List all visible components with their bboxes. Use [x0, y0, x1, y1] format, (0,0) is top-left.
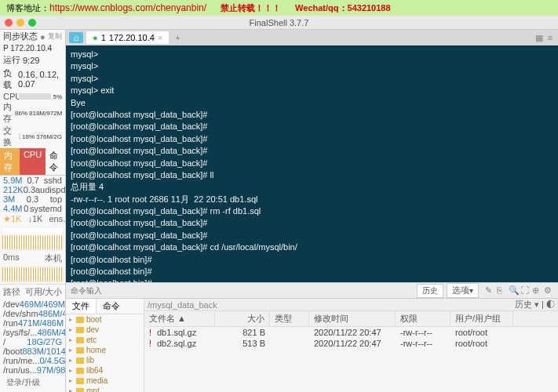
session-tabbar: ⌂ ●1 172.20.10.4 × + ▦ ≡: [66, 30, 558, 45]
network-chart: [2, 227, 64, 250]
path-history[interactable]: 历史 ▾ | ◐: [515, 299, 555, 310]
home-icon[interactable]: ⌂: [69, 32, 83, 43]
tree-item[interactable]: home: [66, 345, 144, 355]
copy-icon[interactable]: ⎘: [497, 285, 506, 296]
tree-item[interactable]: dev: [66, 325, 144, 335]
menu-icon[interactable]: ≡: [545, 33, 555, 42]
tree-item[interactable]: media: [66, 376, 144, 386]
tab-cmd[interactable]: 命令: [46, 148, 65, 175]
current-path: /mysql_data_back: [148, 300, 217, 310]
watermark-banner: 博客地址：https://www.cnblogs.com/chenyanbin/…: [0, 0, 558, 16]
maximize-icon[interactable]: [28, 19, 36, 27]
tab-files[interactable]: 文件: [66, 299, 97, 314]
tab-mem[interactable]: 内存: [0, 148, 20, 175]
tree-item[interactable]: lib: [66, 355, 144, 365]
add-tab-button[interactable]: +: [172, 33, 183, 42]
blog-link[interactable]: https://www.cnblogs.com/chenyanbin/: [49, 2, 206, 13]
minimize-icon[interactable]: [16, 19, 24, 27]
window-titlebar: FinalShell 3.7.7: [0, 16, 558, 30]
fullscreen-icon[interactable]: ⛶: [520, 285, 530, 296]
command-bar: 历史 选项▾ ✎ ⎘ 🔍 ⛶ ⊕ ⚙: [66, 282, 558, 298]
options-button[interactable]: 选项▾: [447, 283, 479, 298]
history-button[interactable]: 历史: [417, 284, 443, 298]
file-list-pane: /mysql_data_back历史 ▾ | ◐ 文件名 ▲ 大小 类型 修改时…: [144, 299, 558, 392]
search-icon[interactable]: 🔍: [509, 285, 518, 296]
file-row[interactable]: !db1.sql.gz821 B2020/11/22 20:47-rw-r--r…: [144, 327, 558, 338]
ping-chart: [2, 267, 64, 282]
tree-item[interactable]: mnt: [66, 386, 144, 392]
command-input[interactable]: [71, 286, 417, 295]
tree-item[interactable]: lib64: [66, 365, 144, 376]
login-upgrade-link[interactable]: 登录/升级: [3, 375, 43, 390]
file-row[interactable]: !db2.sql.gz513 B2020/11/22 20:47-rw-r--r…: [144, 338, 558, 349]
tab-cpu[interactable]: CPU: [20, 148, 46, 175]
tab-commands[interactable]: 命令: [97, 299, 126, 314]
tree-item[interactable]: boot: [66, 314, 144, 325]
file-tree: 文件命令 bootdevetchomeliblib64mediamntmysql…: [66, 299, 144, 392]
status-sidebar: 同步状态●复制 P 172.20.10.4 运行 9:29 负载 0.16, 0…: [0, 30, 66, 392]
file-list-header[interactable]: 文件名 ▲ 大小 类型 修改时间 权限 用户/用户组: [144, 311, 558, 327]
session-tab[interactable]: ●1 172.20.10.4 ×: [86, 31, 169, 44]
tree-item[interactable]: etc: [66, 335, 144, 345]
gear-icon[interactable]: ⚙: [544, 285, 553, 296]
tool-icon[interactable]: ✎: [485, 285, 494, 296]
plus-icon[interactable]: ⊕: [532, 285, 542, 296]
close-icon[interactable]: [5, 19, 13, 27]
terminal-output[interactable]: mysql>mysql>mysql>mysql> exitBye[root@lo…: [66, 45, 558, 282]
grid-icon[interactable]: ▦: [534, 33, 544, 42]
window-title: FinalShell 3.7.7: [250, 18, 309, 27]
